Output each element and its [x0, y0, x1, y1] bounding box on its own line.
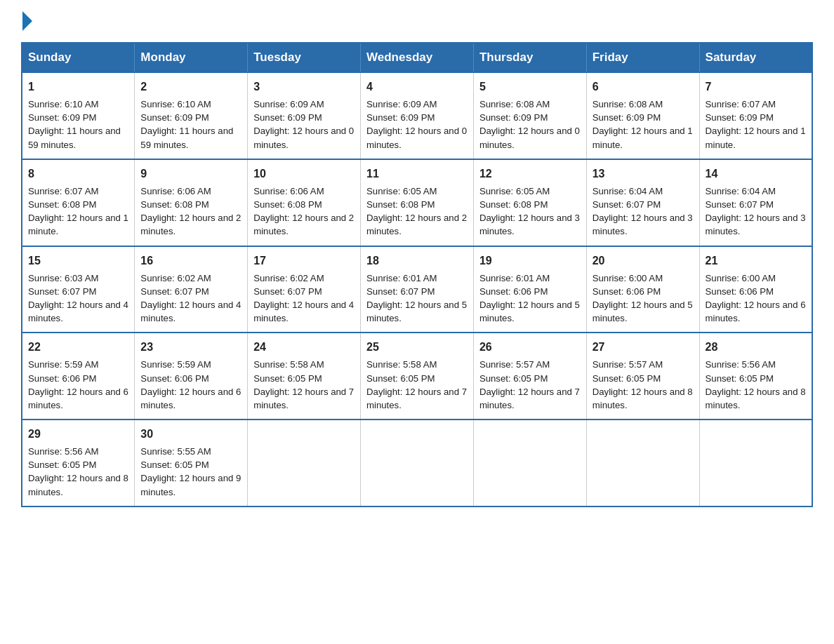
logo — [21, 14, 32, 28]
day-info: Sunrise: 5:59 AMSunset: 6:06 PMDaylight:… — [140, 358, 241, 412]
calendar-cell: 8Sunrise: 6:07 AMSunset: 6:08 PMDaylight… — [22, 159, 135, 246]
day-info: Sunrise: 6:06 AMSunset: 6:08 PMDaylight:… — [140, 185, 241, 239]
day-number: 27 — [593, 339, 694, 355]
calendar-cell: 4Sunrise: 6:09 AMSunset: 6:09 PMDaylight… — [361, 72, 474, 159]
calendar-cell: 20Sunrise: 6:00 AMSunset: 6:06 PMDayligh… — [586, 246, 699, 333]
calendar-cell: 1Sunrise: 6:10 AMSunset: 6:09 PMDaylight… — [22, 72, 135, 159]
calendar-cell: 26Sunrise: 5:57 AMSunset: 6:05 PMDayligh… — [473, 333, 586, 420]
calendar-cell: 17Sunrise: 6:02 AMSunset: 6:07 PMDayligh… — [248, 246, 361, 333]
day-info: Sunrise: 6:05 AMSunset: 6:08 PMDaylight:… — [479, 185, 581, 239]
calendar-cell: 10Sunrise: 6:06 AMSunset: 6:08 PMDayligh… — [248, 159, 361, 246]
day-info: Sunrise: 6:02 AMSunset: 6:07 PMDaylight:… — [253, 271, 355, 326]
calendar-cell — [361, 420, 474, 507]
calendar-cell: 2Sunrise: 6:10 AMSunset: 6:09 PMDaylight… — [135, 72, 248, 159]
day-info: Sunrise: 6:10 AMSunset: 6:09 PMDaylight:… — [28, 98, 128, 152]
day-info: Sunrise: 5:58 AMSunset: 6:05 PMDaylight:… — [366, 358, 468, 412]
day-number: 19 — [479, 253, 581, 269]
day-number: 18 — [366, 253, 468, 269]
day-info: Sunrise: 6:02 AMSunset: 6:07 PMDaylight:… — [140, 271, 241, 326]
calendar-week-row: 22Sunrise: 5:59 AMSunset: 6:06 PMDayligh… — [22, 333, 812, 420]
calendar-cell: 14Sunrise: 6:04 AMSunset: 6:07 PMDayligh… — [699, 159, 812, 246]
calendar-week-row: 15Sunrise: 6:03 AMSunset: 6:07 PMDayligh… — [22, 246, 812, 333]
calendar-cell: 28Sunrise: 5:56 AMSunset: 6:05 PMDayligh… — [699, 333, 812, 420]
day-info: Sunrise: 5:56 AMSunset: 6:05 PMDaylight:… — [706, 358, 806, 412]
calendar-header-thursday: Thursday — [473, 43, 586, 72]
day-number: 20 — [593, 253, 694, 269]
calendar-cell: 9Sunrise: 6:06 AMSunset: 6:08 PMDaylight… — [135, 159, 248, 246]
calendar-cell: 30Sunrise: 5:55 AMSunset: 6:05 PMDayligh… — [135, 420, 248, 507]
calendar-week-row: 29Sunrise: 5:56 AMSunset: 6:05 PMDayligh… — [22, 420, 812, 507]
day-number: 4 — [366, 79, 468, 95]
day-number: 11 — [366, 166, 468, 182]
day-info: Sunrise: 5:56 AMSunset: 6:05 PMDaylight:… — [28, 445, 128, 499]
day-info: Sunrise: 6:01 AMSunset: 6:06 PMDaylight:… — [479, 271, 581, 326]
calendar-cell: 13Sunrise: 6:04 AMSunset: 6:07 PMDayligh… — [586, 159, 699, 246]
calendar-cell: 15Sunrise: 6:03 AMSunset: 6:07 PMDayligh… — [22, 246, 135, 333]
day-number: 6 — [593, 79, 694, 95]
calendar-cell: 19Sunrise: 6:01 AMSunset: 6:06 PMDayligh… — [473, 246, 586, 333]
day-number: 24 — [253, 339, 355, 355]
day-number: 29 — [28, 426, 128, 442]
day-number: 23 — [140, 339, 241, 355]
calendar-cell: 11Sunrise: 6:05 AMSunset: 6:08 PMDayligh… — [361, 159, 474, 246]
calendar-header-friday: Friday — [586, 43, 699, 72]
calendar-cell — [586, 420, 699, 507]
calendar-header-monday: Monday — [135, 43, 248, 72]
day-number: 21 — [706, 253, 806, 269]
day-info: Sunrise: 6:07 AMSunset: 6:09 PMDaylight:… — [706, 98, 806, 152]
day-info: Sunrise: 5:57 AMSunset: 6:05 PMDaylight:… — [593, 358, 694, 412]
day-info: Sunrise: 6:03 AMSunset: 6:07 PMDaylight:… — [28, 271, 128, 326]
day-info: Sunrise: 5:55 AMSunset: 6:05 PMDaylight:… — [140, 445, 241, 499]
calendar-cell: 21Sunrise: 6:00 AMSunset: 6:06 PMDayligh… — [699, 246, 812, 333]
day-number: 2 — [140, 79, 241, 95]
calendar-cell: 6Sunrise: 6:08 AMSunset: 6:09 PMDaylight… — [586, 72, 699, 159]
day-number: 7 — [706, 79, 806, 95]
day-info: Sunrise: 5:57 AMSunset: 6:05 PMDaylight:… — [479, 358, 581, 412]
calendar-cell: 12Sunrise: 6:05 AMSunset: 6:08 PMDayligh… — [473, 159, 586, 246]
calendar-header-sunday: Sunday — [22, 43, 135, 72]
calendar-cell — [699, 420, 812, 507]
calendar-week-row: 1Sunrise: 6:10 AMSunset: 6:09 PMDaylight… — [22, 72, 812, 159]
day-info: Sunrise: 6:07 AMSunset: 6:08 PMDaylight:… — [28, 185, 128, 239]
calendar-cell: 7Sunrise: 6:07 AMSunset: 6:09 PMDaylight… — [699, 72, 812, 159]
day-number: 13 — [593, 166, 694, 182]
calendar-cell: 27Sunrise: 5:57 AMSunset: 6:05 PMDayligh… — [586, 333, 699, 420]
day-info: Sunrise: 6:00 AMSunset: 6:06 PMDaylight:… — [706, 271, 806, 326]
calendar-cell: 5Sunrise: 6:08 AMSunset: 6:09 PMDaylight… — [473, 72, 586, 159]
day-info: Sunrise: 6:10 AMSunset: 6:09 PMDaylight:… — [140, 98, 241, 152]
calendar-header-row: SundayMondayTuesdayWednesdayThursdayFrid… — [22, 43, 812, 72]
calendar-cell: 23Sunrise: 5:59 AMSunset: 6:06 PMDayligh… — [135, 333, 248, 420]
day-number: 17 — [253, 253, 355, 269]
day-number: 14 — [706, 166, 806, 182]
day-number: 3 — [253, 79, 355, 95]
day-number: 22 — [28, 339, 128, 355]
day-number: 25 — [366, 339, 468, 355]
calendar-cell: 25Sunrise: 5:58 AMSunset: 6:05 PMDayligh… — [361, 333, 474, 420]
day-number: 9 — [140, 166, 241, 182]
calendar-cell: 22Sunrise: 5:59 AMSunset: 6:06 PMDayligh… — [22, 333, 135, 420]
day-info: Sunrise: 6:08 AMSunset: 6:09 PMDaylight:… — [479, 98, 581, 152]
day-info: Sunrise: 6:09 AMSunset: 6:09 PMDaylight:… — [366, 98, 468, 152]
day-number: 5 — [479, 79, 581, 95]
day-number: 16 — [140, 253, 241, 269]
calendar-week-row: 8Sunrise: 6:07 AMSunset: 6:08 PMDaylight… — [22, 159, 812, 246]
day-info: Sunrise: 6:05 AMSunset: 6:08 PMDaylight:… — [366, 185, 468, 239]
day-number: 10 — [253, 166, 355, 182]
day-info: Sunrise: 6:06 AMSunset: 6:08 PMDaylight:… — [253, 185, 355, 239]
day-number: 26 — [479, 339, 581, 355]
calendar-cell: 24Sunrise: 5:58 AMSunset: 6:05 PMDayligh… — [248, 333, 361, 420]
page-header — [21, 14, 813, 28]
day-number: 15 — [28, 253, 128, 269]
day-number: 30 — [140, 426, 241, 442]
calendar-cell: 16Sunrise: 6:02 AMSunset: 6:07 PMDayligh… — [135, 246, 248, 333]
calendar-cell: 29Sunrise: 5:56 AMSunset: 6:05 PMDayligh… — [22, 420, 135, 507]
logo-triangle-icon — [22, 11, 32, 31]
day-info: Sunrise: 6:01 AMSunset: 6:07 PMDaylight:… — [366, 271, 468, 326]
calendar-header-wednesday: Wednesday — [361, 43, 474, 72]
day-number: 1 — [28, 79, 128, 95]
day-info: Sunrise: 6:00 AMSunset: 6:06 PMDaylight:… — [593, 271, 694, 326]
day-info: Sunrise: 5:59 AMSunset: 6:06 PMDaylight:… — [28, 358, 128, 412]
day-number: 8 — [28, 166, 128, 182]
day-number: 28 — [706, 339, 806, 355]
calendar-header-tuesday: Tuesday — [248, 43, 361, 72]
